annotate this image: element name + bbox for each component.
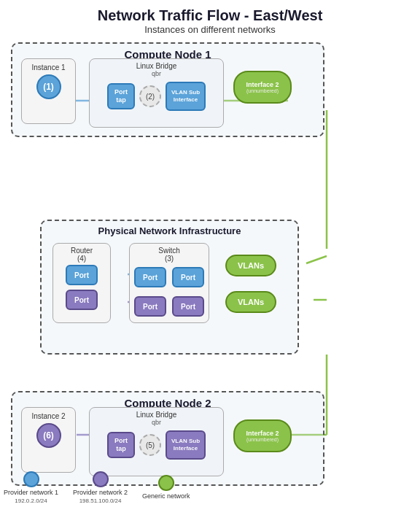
legend-item-2: Provider network 2 198.51.100.0/24 <box>73 471 128 504</box>
interface-2-node1-sub: (unnumbered) <box>246 88 279 93</box>
instance-1-label: Instance 1 <box>31 63 65 71</box>
instance-1-box: Instance 1 (1) <box>21 58 76 124</box>
page-title: Network Traffic Flow - East/West <box>0 0 420 24</box>
instance-2-circle: (6) <box>36 423 61 448</box>
switch-port-1: Port <box>134 267 166 287</box>
instance-2-label: Instance 2 <box>31 412 65 420</box>
legend-item-1: Provider network 1 192.0.2.0/24 <box>4 471 58 504</box>
vlan-sub-2: VLAN SubInterface <box>166 430 206 460</box>
switch-port-4: Port <box>172 296 204 317</box>
linux-bridge-2-label: Linux Bridge <box>136 411 177 419</box>
physical-network-label: Physical Network Infrastructure <box>42 221 298 236</box>
interface-2-node1: Interface 2 (unnumbered) <box>233 71 292 104</box>
legend-sub-2: 198.51.100.0/24 <box>79 498 122 504</box>
legend-dot-purple <box>93 471 109 487</box>
legend-dot-blue <box>23 471 39 487</box>
cloud-5: (5) <box>139 434 161 456</box>
legend-item-3: Generic network <box>142 475 190 501</box>
router-label: Router(4) <box>71 247 93 263</box>
switch-label: Switch(3) <box>158 247 179 263</box>
switch-port-3: Port <box>134 296 166 317</box>
legend-label-2: Provider network 2 <box>73 489 128 496</box>
compute-node-1: Compute Node 1 Instance 1 (1) Linux Brid… <box>11 42 324 137</box>
legend: Provider network 1 192.0.2.0/24 Provider… <box>4 471 190 504</box>
port-tap-1: Porttap <box>107 83 135 109</box>
linux-bridge-2-sublabel: qbr <box>152 419 161 426</box>
switch-port-2: Port <box>172 267 204 287</box>
legend-label-1: Provider network 1 <box>4 489 58 496</box>
instance-1-circle: (1) <box>36 74 61 99</box>
page-subtitle: Instances on different networks <box>0 24 420 35</box>
port-tap-2: Porttap <box>107 432 135 458</box>
vlan-oval-2: VLANs <box>225 291 276 313</box>
cloud-2: (2) <box>139 85 161 107</box>
svg-line-5 <box>306 256 327 263</box>
legend-dot-green <box>158 475 174 491</box>
interface-2-node2-sub: (unnumbered) <box>246 437 279 442</box>
vlan-oval-1: VLANs <box>225 255 276 276</box>
switch-box: Switch(3) Port Port Port Port <box>129 243 209 323</box>
linux-bridge-2: Linux Bridge qbr Porttap (5) VLAN SubInt… <box>89 407 224 476</box>
linux-bridge-1-label: Linux Bridge <box>136 62 177 70</box>
router-port-2: Port <box>66 290 98 310</box>
linux-bridge-1: Linux Bridge qbr Porttap (2) VLAN SubInt… <box>89 58 224 128</box>
router-box: Router(4) Port Port <box>52 243 111 323</box>
vlan-sub-1: VLAN SubInterface <box>166 82 206 111</box>
legend-sub-1: 192.0.2.0/24 <box>15 498 47 504</box>
instance-2-box: Instance 2 (6) <box>21 407 76 473</box>
interface-2-node2: Interface 2 (unnumbered) <box>233 419 292 452</box>
linux-bridge-1-sublabel: qbr <box>152 70 161 77</box>
legend-label-3: Generic network <box>142 492 190 500</box>
physical-network: Physical Network Infrastructure Router(4… <box>40 220 299 355</box>
router-port-1: Port <box>66 265 98 285</box>
